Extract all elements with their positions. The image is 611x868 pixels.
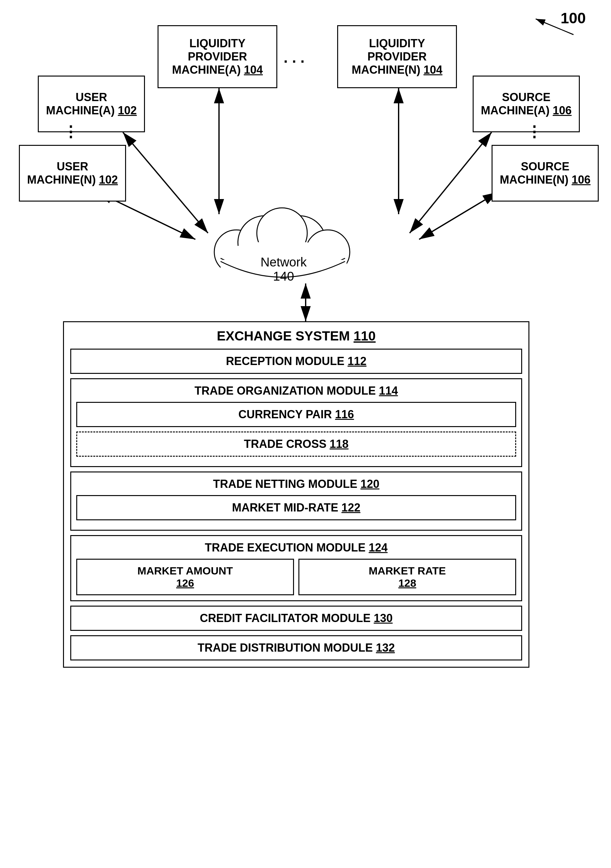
trade-org-module-title: TRADE ORGANIZATION MODULE 114 [76,384,516,397]
trade-netting-module-title: TRADE NETTING MODULE 120 [76,477,516,491]
market-mid-rate-ref: 122 [342,501,361,514]
market-mid-rate-box: MARKET MID-RATE 122 [76,495,516,520]
network-label: Network140 [261,255,307,284]
network-ref: 140 [273,269,294,283]
lp-a-label: LIQUIDITYPROVIDERMACHINE(A) 104 [172,37,263,76]
lp-n-ref: 104 [423,63,442,76]
trade-org-module-container: TRADE ORGANIZATION MODULE 114 CURRENCY P… [70,378,522,467]
credit-facilitator-ref: 130 [374,612,393,625]
lp-n-label: LIQUIDITYPROVIDERMACHINE(N) 104 [352,37,442,76]
currency-pair-box: CURRENCY PAIR 116 [76,402,516,427]
dots-source-machines: ⋮ [527,123,542,141]
um-n-ref: 102 [99,173,118,186]
um-n-label: USERMACHINE(N) 102 [27,160,118,186]
trade-distribution-box: TRADE DISTRIBUTION MODULE 132 [70,635,522,660]
source-machine-n-box: SOURCEMACHINE(N) 106 [491,145,599,202]
trade-netting-module-container: TRADE NETTING MODULE 120 MARKET MID-RATE… [70,471,522,531]
sm-a-ref: 106 [553,104,572,117]
market-amount-ref: 126 [176,577,194,589]
trade-execution-module-ref: 124 [368,541,387,554]
svg-line-10 [419,192,498,239]
currency-pair-ref: 116 [335,408,354,421]
um-a-label: USERMACHINE(A) 102 [46,91,137,117]
svg-line-9 [410,132,491,233]
trade-execution-module-container: TRADE EXECUTION MODULE 124 MARKET AMOUNT… [70,535,522,601]
trade-org-module-ref: 114 [379,384,398,397]
user-machine-a-box: USERMACHINE(A) 102 [38,76,145,132]
exchange-system-title: EXCHANGE SYSTEM 110 [70,329,522,344]
reception-module-box: RECEPTION MODULE 112 [70,349,522,374]
trade-execution-module-title: TRADE EXECUTION MODULE 124 [76,541,516,554]
trade-execution-sub-boxes: MARKET AMOUNT126 MARKET RATE128 [76,559,516,595]
reception-module-ref: 112 [348,355,367,367]
ref-100-label: 100 [561,9,586,27]
sm-a-label: SOURCEMACHINE(A) 106 [481,91,572,117]
exchange-system-ref: 110 [354,329,376,343]
exchange-system-box: EXCHANGE SYSTEM 110 RECEPTION MODULE 112… [63,321,529,668]
sm-n-label: SOURCEMACHINE(N) 106 [500,160,591,186]
trade-cross-box: TRADE CROSS 118 [76,431,516,457]
dots-user-machines: ⋮ [63,123,78,141]
source-machine-a-box: SOURCEMACHINE(A) 106 [473,76,580,132]
market-rate-ref: 128 [398,577,416,589]
user-machine-n-box: USERMACHINE(N) 102 [19,145,126,202]
market-amount-box: MARKET AMOUNT126 [76,559,294,595]
market-rate-box: MARKET RATE128 [299,559,516,595]
sm-n-ref: 106 [572,173,591,186]
trade-cross-ref: 118 [330,437,348,450]
credit-facilitator-box: CREDIT FACILITATOR MODULE 130 [70,606,522,631]
trade-distribution-ref: 132 [376,641,395,654]
um-a-ref: 102 [118,104,137,117]
lp-machine-a-box: LIQUIDITYPROVIDERMACHINE(A) 104 [157,25,277,88]
diagram-container: 100 . . . LIQUIDITYPROVIDERMACHINE(A) 10… [0,0,611,868]
lp-machine-n-box: LIQUIDITYPROVIDERMACHINE(N) 104 [337,25,457,88]
network-cloud: Network140 [189,205,378,287]
trade-netting-module-ref: 120 [361,477,379,490]
ellipsis-lp: . . . [284,49,305,66]
lp-a-ref: 104 [244,63,263,76]
